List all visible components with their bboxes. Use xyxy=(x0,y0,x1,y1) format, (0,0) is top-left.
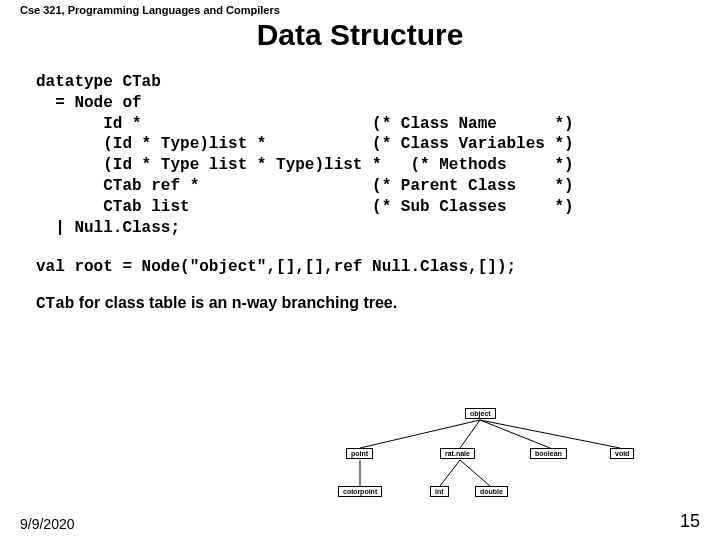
footer-page: 15 xyxy=(680,511,700,532)
datatype-code: datatype CTab = Node of Id * (* Class Na… xyxy=(36,72,720,238)
caption: CTab for class table is an n-way branchi… xyxy=(36,294,720,313)
tree-node-double: double xyxy=(475,486,508,497)
tree-node-root: object xyxy=(465,408,496,419)
caption-text: for class table is an n-way branching tr… xyxy=(74,294,397,311)
footer-date: 9/9/2020 xyxy=(20,516,75,532)
svg-line-0 xyxy=(360,420,480,448)
page-title: Data Structure xyxy=(0,18,720,52)
tree-node-void: void xyxy=(610,448,634,459)
tree-node-boolean: boolean xyxy=(530,448,567,459)
tree-node-point: point xyxy=(346,448,373,459)
course-header: Cse 321, Programming Languages and Compi… xyxy=(20,4,280,16)
svg-line-5 xyxy=(440,460,460,486)
svg-line-2 xyxy=(480,420,550,448)
tree-node-int: int xyxy=(430,486,449,497)
caption-mono: CTab xyxy=(36,295,74,313)
tree-node-ratnale: rat.nale xyxy=(440,448,475,459)
tree-node-colorpoint: colorpoint xyxy=(338,486,382,497)
svg-line-3 xyxy=(480,420,620,448)
svg-line-6 xyxy=(460,460,490,486)
tree-diagram: object point rat.nale boolean void color… xyxy=(300,408,660,508)
val-root-line: val root = Node("object",[],[],ref Null.… xyxy=(36,258,720,276)
